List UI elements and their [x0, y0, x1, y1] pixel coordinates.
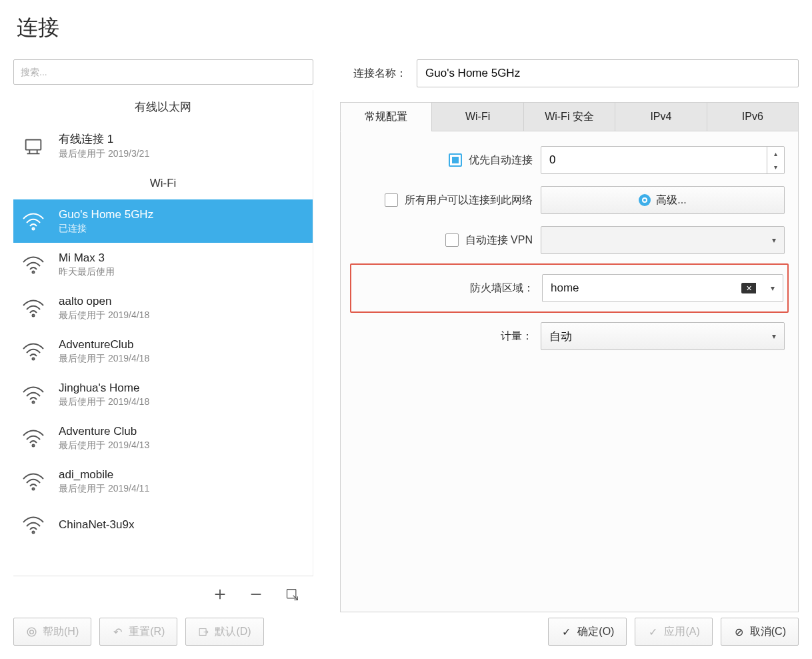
- tab-wifi[interactable]: Wi-Fi: [431, 102, 523, 131]
- wifi-icon: [20, 382, 47, 408]
- connection-item[interactable]: 有线连接 1 最后使用于 2019/3/21: [13, 124, 313, 167]
- reset-button-label: 重置(R): [129, 625, 165, 639]
- connection-subtext: 最后使用于 2019/3/21: [59, 148, 149, 160]
- tab-ipv6[interactable]: IPv6: [707, 102, 799, 131]
- svg-point-6: [33, 314, 35, 316]
- connection-subtext: 最后使用于 2019/4/11: [59, 483, 149, 495]
- ethernet-icon: [20, 133, 47, 159]
- page-title: 连接: [13, 13, 799, 43]
- apply-button[interactable]: ✓ 应用(A): [635, 618, 712, 646]
- help-button-label: 帮助(H): [43, 625, 79, 639]
- chevron-down-icon[interactable]: ▾: [772, 332, 776, 341]
- connection-name: Guo's Home 5GHz: [59, 208, 153, 221]
- allusers-label: 所有用户可以连接到此网络: [405, 193, 533, 207]
- connection-subtext: 最后使用于 2019/4/13: [59, 440, 149, 452]
- help-button[interactable]: 帮助(H): [13, 618, 91, 646]
- connection-name: Adventure Club: [59, 425, 149, 438]
- wifi-icon: [20, 295, 47, 321]
- firewall-highlight: 防火墙区域： home ✕ ▾: [350, 263, 789, 313]
- priority-spinbox[interactable]: ▴▾: [541, 146, 785, 174]
- advanced-button[interactable]: 高级...: [541, 186, 785, 214]
- left-pane: 有线以太网 有线连接 1 最后使用于 2019/3/21 Wi-Fi: [13, 59, 313, 612]
- ok-button-label: 确定(O): [577, 625, 614, 639]
- svg-point-10: [33, 488, 35, 490]
- left-toolbar: [13, 576, 313, 612]
- user-icon: [639, 194, 651, 206]
- connection-name: Jinghua's Home: [59, 382, 149, 395]
- connection-name-label: 连接名称：: [340, 67, 407, 81]
- connection-item[interactable]: adi_mobile最后使用于 2019/4/11: [13, 460, 313, 503]
- right-pane: 连接名称： 常规配置 Wi-Fi Wi-Fi 安全 IPv4 IPv6 优先自动…: [340, 59, 799, 612]
- allusers-checkbox[interactable]: [385, 193, 398, 207]
- tab-body-general: 优先自动连接 ▴▾ 所有用户可以连接到此网络: [340, 131, 799, 612]
- svg-point-4: [33, 227, 35, 229]
- autovpn-checkbox[interactable]: [445, 233, 459, 247]
- autovpn-label: 自动连接 VPN: [465, 233, 533, 247]
- wifi-icon: [20, 512, 47, 538]
- cancel-button[interactable]: ⊘ 取消(C): [721, 618, 799, 646]
- autoconnect-checkbox[interactable]: [449, 153, 462, 167]
- ok-button[interactable]: ✓ 确定(O): [548, 618, 627, 646]
- connection-subtext: 昨天最后使用: [59, 266, 115, 278]
- search-input[interactable]: [13, 59, 313, 85]
- spin-down-icon[interactable]: ▾: [767, 160, 784, 173]
- export-button[interactable]: [284, 586, 300, 602]
- connection-subtext: 最后使用于 2019/4/18: [59, 309, 149, 321]
- connection-item[interactable]: ChinaNet-3u9x: [13, 503, 313, 546]
- metered-label: 计量：: [501, 330, 533, 344]
- connection-name: aalto open: [59, 295, 149, 308]
- defaults-icon: [198, 626, 209, 638]
- firewall-zone-combo[interactable]: home ✕ ▾: [542, 274, 783, 302]
- connection-subtext: 最后使用于 2019/4/18: [59, 353, 149, 365]
- group-header-wired: 有线以太网: [13, 90, 313, 124]
- tab-ipv4[interactable]: IPv4: [615, 102, 707, 131]
- firewall-zone-value: home: [551, 281, 579, 295]
- defaults-button[interactable]: 默认(D): [185, 618, 263, 646]
- wifi-icon: [20, 208, 47, 235]
- spin-up-icon[interactable]: ▴: [767, 147, 784, 160]
- connection-name: 有线连接 1: [59, 131, 149, 147]
- tab-wifi-security[interactable]: Wi-Fi 安全: [523, 102, 615, 131]
- help-icon: [26, 626, 37, 638]
- defaults-button-label: 默认(D): [215, 625, 251, 639]
- wifi-icon: [20, 425, 47, 452]
- metered-combo[interactable]: 自动 ▾: [541, 322, 785, 350]
- svg-point-14: [30, 630, 34, 634]
- chevron-down-icon: ▾: [772, 235, 776, 245]
- connection-item[interactable]: AdventureClub最后使用于 2019/4/18: [13, 330, 313, 373]
- cancel-button-label: 取消(C): [750, 625, 786, 639]
- wifi-icon: [20, 338, 47, 365]
- connection-subtext: 已连接: [59, 223, 153, 235]
- connection-list[interactable]: 有线以太网 有线连接 1 最后使用于 2019/3/21 Wi-Fi: [13, 90, 313, 550]
- svg-point-5: [33, 271, 35, 273]
- clear-icon[interactable]: ✕: [741, 283, 756, 293]
- firewall-zone-label: 防火墙区域：: [470, 281, 534, 295]
- tabs: 常规配置 Wi-Fi Wi-Fi 安全 IPv4 IPv6: [340, 102, 799, 131]
- svg-point-7: [33, 358, 35, 360]
- add-button[interactable]: [212, 586, 228, 602]
- autoconnect-label: 优先自动连接: [469, 153, 533, 167]
- reset-button[interactable]: ↶ 重置(R): [99, 618, 177, 646]
- vpn-combo: ▾: [541, 226, 785, 254]
- svg-point-11: [33, 531, 35, 533]
- apply-button-label: 应用(A): [664, 625, 699, 639]
- connection-item[interactable]: Adventure Club最后使用于 2019/4/13: [13, 416, 313, 460]
- svg-point-9: [33, 444, 35, 446]
- undo-icon: ↶: [112, 626, 123, 638]
- svg-point-13: [27, 628, 36, 636]
- advanced-button-label: 高级...: [656, 193, 686, 207]
- tab-general[interactable]: 常规配置: [340, 102, 432, 131]
- connection-item[interactable]: Jinghua's Home最后使用于 2019/4/18: [13, 373, 313, 416]
- connection-name-input[interactable]: [417, 59, 799, 87]
- group-header-wifi: Wi-Fi: [13, 167, 313, 199]
- connection-item[interactable]: Guo's Home 5GHz 已连接: [13, 199, 313, 243]
- priority-input[interactable]: [541, 147, 767, 173]
- footer: 帮助(H) ↶ 重置(R) 默认(D) ✓ 确定(O) ✓ 应用(A): [13, 612, 799, 659]
- connection-item[interactable]: aalto open最后使用于 2019/4/18: [13, 286, 313, 330]
- remove-button[interactable]: [248, 586, 264, 602]
- connection-item[interactable]: Mi Max 3昨天最后使用: [13, 243, 313, 286]
- chevron-down-icon[interactable]: ▾: [771, 283, 775, 293]
- connection-name: AdventureClub: [59, 338, 149, 352]
- check-icon: ✓: [561, 626, 572, 638]
- connection-name: ChinaNet-3u9x: [59, 518, 134, 532]
